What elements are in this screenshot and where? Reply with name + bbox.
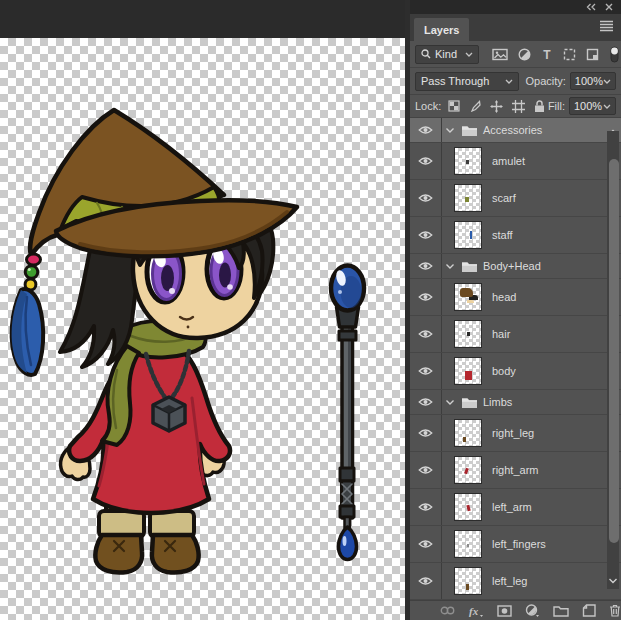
- visibility-toggle-icon[interactable]: [410, 143, 442, 179]
- character-art: [12, 110, 297, 573]
- layer-thumbnail[interactable]: [454, 567, 482, 595]
- blend-mode-row: Pass Through Opacity: 100%: [410, 68, 621, 95]
- fill-value: 100%: [574, 100, 602, 112]
- layer-name: hair: [492, 328, 510, 340]
- visibility-toggle-icon[interactable]: [410, 415, 442, 451]
- layer-right_leg[interactable]: right_leg: [410, 415, 621, 452]
- layers-list: AccessoriesamuletscarfstaffBody+Headhead…: [410, 118, 621, 600]
- panel-menu-button[interactable]: [599, 19, 614, 32]
- chevron-down-icon: [505, 79, 513, 84]
- layer-left_leg[interactable]: left_leg: [410, 563, 621, 600]
- filter-adjustment-layers-button[interactable]: [518, 48, 531, 61]
- layer-name: body: [492, 365, 516, 377]
- link-layers-button[interactable]: [440, 606, 455, 615]
- chevron-down-icon: [603, 104, 611, 109]
- layer-thumbnail[interactable]: [454, 221, 482, 249]
- layer-hair[interactable]: hair: [410, 316, 621, 353]
- visibility-toggle-icon[interactable]: [410, 279, 442, 315]
- visibility-toggle-icon[interactable]: [410, 390, 442, 414]
- layer-amulet[interactable]: amulet: [410, 143, 621, 180]
- layer-thumbnail[interactable]: [454, 147, 482, 175]
- layer-thumbnail[interactable]: [454, 456, 482, 484]
- layer-left_fingers[interactable]: left_fingers: [410, 526, 621, 563]
- scroll-down-arrow[interactable]: [608, 570, 618, 588]
- new-group-button[interactable]: [553, 605, 569, 617]
- layer-group-Limbs[interactable]: Limbs: [410, 390, 621, 415]
- svg-text:T: T: [543, 48, 551, 60]
- filter-kind-dropdown[interactable]: Kind: [415, 45, 479, 64]
- tab-layers[interactable]: Layers: [414, 18, 469, 41]
- layer-staff[interactable]: staff: [410, 217, 621, 254]
- filter-smart-objects-button[interactable]: [586, 48, 599, 61]
- layer-thumbnail[interactable]: [454, 357, 482, 385]
- chevron-down-icon[interactable]: [444, 127, 456, 134]
- layer-group-Body+Head[interactable]: Body+Head: [410, 254, 621, 279]
- layer-name: left_leg: [492, 575, 527, 587]
- chevron-down-icon[interactable]: [444, 399, 456, 406]
- tab-layers-label: Layers: [424, 24, 459, 36]
- group-name: Limbs: [483, 396, 512, 408]
- scrollbar: [606, 118, 620, 600]
- visibility-toggle-icon[interactable]: [410, 563, 442, 599]
- layer-group-Accessories[interactable]: Accessories: [410, 118, 621, 143]
- visibility-toggle-icon[interactable]: [410, 316, 442, 352]
- scrollbar-track[interactable]: [607, 131, 619, 589]
- chevron-down-icon[interactable]: [444, 263, 456, 270]
- layer-name: staff: [492, 229, 513, 241]
- layer-scarf[interactable]: scarf: [410, 180, 621, 217]
- scrollbar-thumb[interactable]: [609, 159, 619, 543]
- layer-thumbnail[interactable]: [454, 283, 482, 311]
- visibility-toggle-icon[interactable]: [410, 353, 442, 389]
- collapse-panels-icon[interactable]: [586, 3, 596, 11]
- search-icon: [421, 49, 431, 59]
- new-adjustment-layer-button[interactable]: [525, 604, 540, 617]
- layer-filter-row: Kind T: [410, 41, 621, 68]
- layer-name: scarf: [492, 192, 516, 204]
- group-name: Body+Head: [483, 260, 541, 272]
- opacity-value-box[interactable]: 100%: [570, 72, 616, 90]
- lock-label: Lock:: [415, 100, 441, 112]
- panel-tab-bar: Layers: [410, 14, 621, 41]
- filter-shape-layers-button[interactable]: [563, 48, 576, 61]
- filter-pixel-layers-button[interactable]: [492, 48, 508, 61]
- layer-filter-toggle[interactable]: [610, 46, 619, 63]
- layer-thumbnail[interactable]: [454, 184, 482, 212]
- lock-position-button[interactable]: [490, 100, 503, 113]
- layer-right_arm[interactable]: right_arm: [410, 452, 621, 489]
- opacity-value: 100%: [575, 75, 603, 87]
- delete-layer-button[interactable]: [609, 604, 621, 617]
- add-layer-mask-button[interactable]: [497, 605, 512, 617]
- layer-name: right_arm: [492, 464, 538, 476]
- lock-artboard-button[interactable]: [512, 100, 525, 113]
- layer-name: left_fingers: [492, 538, 546, 550]
- layer-thumbnail[interactable]: [454, 419, 482, 447]
- filter-kind-label: Kind: [435, 48, 457, 60]
- layer-thumbnail[interactable]: [454, 320, 482, 348]
- visibility-toggle-icon[interactable]: [410, 489, 442, 525]
- staff-art: [331, 266, 364, 560]
- visibility-toggle-icon[interactable]: [410, 180, 442, 216]
- close-panel-icon[interactable]: [605, 3, 613, 11]
- layer-thumbnail[interactable]: [454, 493, 482, 521]
- panel-header-strip: [410, 0, 621, 14]
- layer-head[interactable]: head: [410, 279, 621, 316]
- visibility-toggle-icon[interactable]: [410, 217, 442, 253]
- lock-all-button[interactable]: [534, 100, 545, 113]
- layer-left_arm[interactable]: left_arm: [410, 489, 621, 526]
- new-layer-button[interactable]: [582, 604, 596, 617]
- blend-mode-value: Pass Through: [421, 75, 489, 87]
- fill-value-box[interactable]: 100%: [569, 97, 616, 115]
- visibility-toggle-icon[interactable]: [410, 254, 442, 278]
- lock-transparent-pixels-button[interactable]: [448, 100, 460, 112]
- layer-thumbnail[interactable]: [454, 530, 482, 558]
- lock-image-pixels-button[interactable]: [469, 100, 481, 112]
- blend-mode-dropdown[interactable]: Pass Through: [415, 72, 519, 91]
- visibility-toggle-icon[interactable]: [410, 118, 442, 142]
- visibility-toggle-icon[interactable]: [410, 452, 442, 488]
- character-illustration: [0, 0, 405, 620]
- layer-effects-button[interactable]: fx: [468, 604, 484, 617]
- visibility-toggle-icon[interactable]: [410, 526, 442, 562]
- filter-type-layers-button[interactable]: T: [541, 48, 553, 60]
- folder-icon: [461, 260, 478, 273]
- layer-body[interactable]: body: [410, 353, 621, 390]
